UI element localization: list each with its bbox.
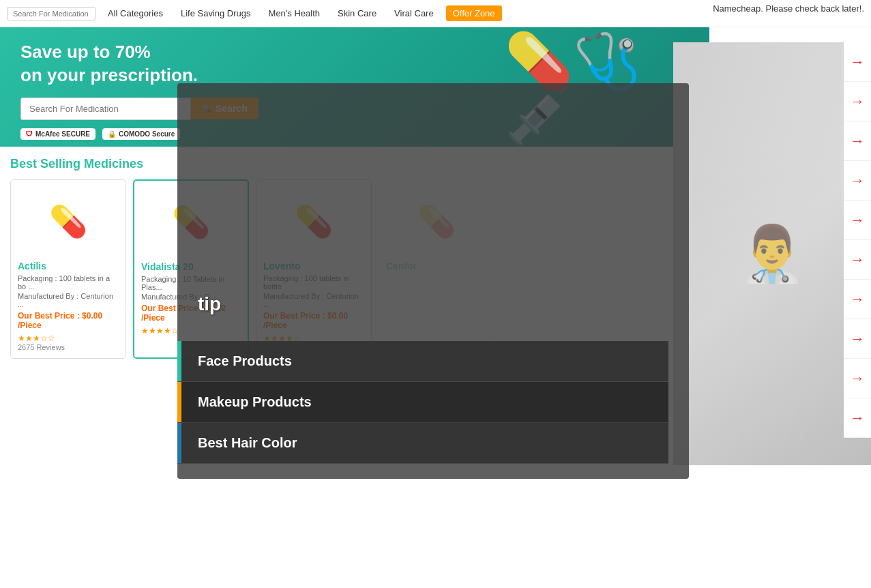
makeup-products-bar <box>177 382 181 422</box>
product-name-actilis: Actilis <box>18 261 119 271</box>
arrow-btn-1[interactable]: → <box>844 42 871 82</box>
arrow-icon-8: → <box>850 330 865 348</box>
error-text: Namecheap. Please check back later!. <box>713 3 864 14</box>
nav-item-viral-care[interactable]: Viral Care <box>389 5 439 21</box>
product-price-actilis: Our Best Price : $0.00 /Piece <box>18 311 119 330</box>
product-image-actilis: 💊 <box>18 187 119 255</box>
arrow-btn-8[interactable]: → <box>844 319 871 359</box>
arrow-icon-7: → <box>850 291 865 308</box>
arrow-icon-9: → <box>850 370 865 387</box>
mcafee-label: McAfee SECURE <box>35 130 90 138</box>
popup-tip-text: tip <box>198 293 221 315</box>
dropdown-list: Face Products Makeup Products Best Hair … <box>177 341 668 464</box>
product-reviews-actilis: 2675 Reviews <box>18 343 119 351</box>
arrow-icon-10: → <box>850 409 865 427</box>
arrow-icon-2: → <box>850 93 865 111</box>
mcafee-icon: 🛡 <box>26 130 33 138</box>
arrow-btn-9[interactable]: → <box>844 359 871 398</box>
product-mfg-actilis: Manufactured By : Centurion ... <box>18 292 119 308</box>
arrow-icon-3: → <box>850 132 865 150</box>
arrow-btn-7[interactable]: → <box>844 280 871 319</box>
dropdown-item-face-products[interactable]: Face Products <box>177 341 668 382</box>
page-wrapper: Namecheap. Please check back later!. All… <box>0 0 871 588</box>
doctor-icon: 👨‍⚕️ <box>738 222 806 286</box>
arrow-icon-1: → <box>850 53 865 71</box>
best-hair-color-bar <box>177 423 181 463</box>
arrow-btn-4[interactable]: → <box>844 161 871 201</box>
arrow-buttons: → → → → → → → → → → <box>844 42 871 438</box>
product-packaging-actilis: Packaging : 100 tablets in a bo ... <box>18 274 119 291</box>
best-hair-color-label: Best Hair Color <box>198 435 297 451</box>
arrow-btn-3[interactable]: → <box>844 121 871 161</box>
comodo-badge: 🔒 COMODO Secure <box>102 128 180 140</box>
dropdown-item-best-hair-color[interactable]: Best Hair Color <box>177 423 668 464</box>
product-stars-actilis: ★★★☆☆ <box>18 334 119 343</box>
makeup-products-label: Makeup Products <box>198 394 312 410</box>
arrow-btn-2[interactable]: → <box>844 82 871 121</box>
arrow-btn-10[interactable]: → <box>844 398 871 438</box>
comodo-label: COMODO Secure <box>119 130 175 138</box>
nav-item-skin-care[interactable]: Skin Care <box>332 5 382 21</box>
mcafee-badge: 🛡 McAfee SECURE <box>20 128 95 140</box>
comodo-icon: 🔒 <box>108 130 116 138</box>
nav-item-life-saving[interactable]: Life Saving Drugs <box>175 5 256 21</box>
nav-item-mens-health[interactable]: Men's Health <box>263 5 325 21</box>
search-input[interactable] <box>20 98 191 120</box>
arrow-btn-6[interactable]: → <box>844 240 871 280</box>
face-products-bar <box>177 341 181 381</box>
face-products-label: Face Products <box>198 353 292 369</box>
right-pharmacy-image: 👨‍⚕️ <box>673 42 871 465</box>
nav-search-input[interactable] <box>7 7 95 20</box>
error-banner: Namecheap. Please check back later!. <box>666 0 871 17</box>
arrow-icon-5: → <box>850 211 865 229</box>
product-card-actilis[interactable]: 💊 Actilis Packaging : 100 tablets in a b… <box>10 179 126 359</box>
arrow-icon-6: → <box>850 251 865 269</box>
main-content: Save up to 70% on your prescription. 🔍 S… <box>0 27 709 366</box>
nav-item-offer-zone[interactable]: Offer Zone <box>446 5 502 21</box>
dropdown-item-makeup-products[interactable]: Makeup Products <box>177 382 668 423</box>
arrow-btn-5[interactable]: → <box>844 201 871 240</box>
pharmacy-bg: 👨‍⚕️ <box>673 42 871 465</box>
nav-item-all-categories[interactable]: All Categories <box>102 5 168 21</box>
arrow-icon-4: → <box>850 172 865 190</box>
